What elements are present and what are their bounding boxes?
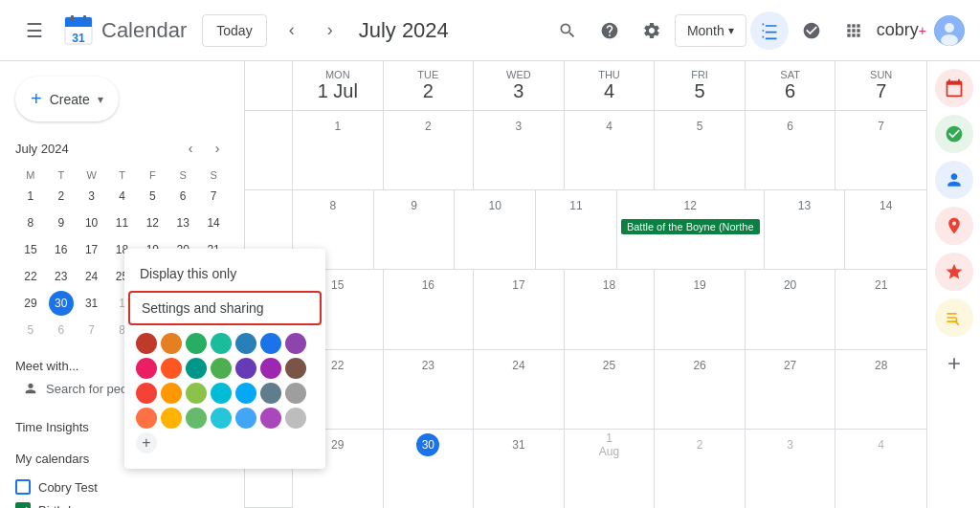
help-button[interactable] bbox=[590, 11, 629, 50]
mini-date-23[interactable]: 23 bbox=[49, 264, 74, 289]
mini-date-5[interactable]: 5 bbox=[140, 184, 165, 209]
next-button[interactable]: › bbox=[313, 13, 347, 48]
display-only-item[interactable]: Display this only bbox=[124, 256, 325, 291]
menu-button[interactable]: ☰ bbox=[15, 11, 54, 50]
cal-item-birthdays[interactable]: Birthdays bbox=[15, 498, 229, 508]
mini-date-17[interactable]: 17 bbox=[79, 237, 104, 262]
color-r41[interactable] bbox=[136, 408, 157, 429]
mini-date-6[interactable]: 6 bbox=[170, 184, 195, 209]
mini-date-10[interactable]: 10 bbox=[79, 210, 104, 235]
color-r36[interactable] bbox=[260, 383, 281, 404]
mini-date-11[interactable]: 11 bbox=[109, 210, 134, 235]
search-icon bbox=[558, 21, 577, 40]
color-r33[interactable] bbox=[186, 383, 207, 404]
settings-sharing-item[interactable]: Settings and sharing bbox=[128, 291, 322, 325]
today-button[interactable]: Today bbox=[202, 14, 266, 47]
create-button[interactable]: + Create ▾ bbox=[15, 77, 119, 121]
color-r32[interactable] bbox=[161, 383, 182, 404]
mini-cal-header: July 2024 ‹ › bbox=[15, 137, 229, 160]
color-r44[interactable] bbox=[211, 408, 232, 429]
mini-date-30[interactable]: 30 bbox=[49, 291, 74, 316]
mini-date-7[interactable]: 7 bbox=[201, 184, 226, 209]
color-r47[interactable] bbox=[285, 408, 306, 429]
color-grape[interactable] bbox=[186, 358, 207, 379]
mini-date-14[interactable]: 14 bbox=[201, 210, 226, 235]
color-lavender[interactable] bbox=[161, 358, 182, 379]
apps-icon bbox=[844, 21, 863, 40]
color-r45[interactable] bbox=[235, 408, 256, 429]
right-check-icon[interactable] bbox=[935, 115, 973, 153]
settings-button[interactable] bbox=[633, 11, 671, 50]
col-fri: FRI 5 bbox=[655, 61, 746, 110]
right-person-icon[interactable] bbox=[935, 161, 973, 199]
color-r35[interactable] bbox=[235, 383, 256, 404]
color-r42[interactable] bbox=[161, 408, 182, 429]
cell-mon-w1: 1 bbox=[293, 111, 384, 189]
color-blueberry[interactable] bbox=[136, 358, 157, 379]
right-add-icon[interactable] bbox=[935, 344, 973, 383]
color-graphite[interactable] bbox=[211, 358, 232, 379]
mini-date-12[interactable]: 12 bbox=[140, 210, 165, 235]
mini-date-9[interactable]: 9 bbox=[49, 210, 74, 235]
mini-date-3[interactable]: 3 bbox=[79, 184, 104, 209]
cobry-test-checkbox[interactable] bbox=[15, 479, 31, 495]
color-r43[interactable] bbox=[186, 408, 207, 429]
user-avatar[interactable] bbox=[934, 15, 965, 46]
view-selector[interactable]: Month ▾ bbox=[675, 14, 746, 47]
color-r34[interactable] bbox=[211, 383, 232, 404]
mini-date-29[interactable]: 29 bbox=[18, 291, 43, 316]
color-r2[interactable] bbox=[235, 358, 256, 379]
mini-cal-next[interactable]: › bbox=[206, 137, 229, 160]
color-r46[interactable] bbox=[260, 408, 281, 429]
svg-text:31: 31 bbox=[72, 32, 85, 45]
logo-text: Calendar bbox=[101, 18, 187, 43]
right-calendar-icon[interactable] bbox=[935, 69, 973, 107]
prev-button[interactable]: ‹ bbox=[275, 13, 309, 48]
mini-date-16[interactable]: 16 bbox=[49, 237, 74, 262]
cell-wed-w4: 24 bbox=[474, 350, 565, 429]
mini-cal-prev[interactable]: ‹ bbox=[179, 137, 202, 160]
color-r23[interactable] bbox=[285, 358, 306, 379]
cell-fri-w3: 19 bbox=[655, 270, 746, 348]
apps-button[interactable] bbox=[835, 11, 873, 50]
right-note-icon[interactable] bbox=[935, 298, 973, 337]
svg-rect-4 bbox=[71, 15, 74, 21]
check-mark-icon bbox=[17, 504, 29, 508]
cal-item-cobry[interactable]: Cobry Test bbox=[15, 475, 229, 498]
check-view-button[interactable] bbox=[792, 11, 831, 50]
color-flamingo[interactable] bbox=[161, 333, 182, 354]
right-star-icon[interactable] bbox=[935, 253, 973, 291]
color-r37[interactable] bbox=[285, 383, 306, 404]
header-spacer bbox=[245, 61, 293, 110]
add-custom-color[interactable]: + bbox=[136, 432, 157, 453]
grid-view-button[interactable] bbox=[750, 11, 789, 50]
search-button[interactable] bbox=[548, 11, 587, 50]
mini-date-31[interactable]: 31 bbox=[79, 291, 104, 316]
mini-date-8[interactable]: 8 bbox=[18, 210, 43, 235]
mini-date-24[interactable]: 24 bbox=[79, 264, 104, 289]
color-tangerine[interactable] bbox=[186, 333, 207, 354]
mini-date-4[interactable]: 4 bbox=[109, 184, 134, 209]
mini-date-22[interactable]: 22 bbox=[18, 264, 43, 289]
color-peacock[interactable] bbox=[285, 333, 306, 354]
app-header: ☰ 31 Calendar Today ‹ › July 2024 bbox=[0, 0, 980, 61]
color-sage[interactable] bbox=[235, 333, 256, 354]
mini-date-6[interactable]: 6 bbox=[49, 318, 74, 342]
mini-date-13[interactable]: 13 bbox=[170, 210, 195, 235]
mini-date-7[interactable]: 7 bbox=[79, 318, 104, 342]
mini-date-15[interactable]: 15 bbox=[18, 237, 43, 262]
color-tomato[interactable] bbox=[136, 333, 157, 354]
color-r31[interactable] bbox=[136, 383, 157, 404]
color-r22[interactable] bbox=[260, 358, 281, 379]
battle-event[interactable]: Battle of the Boyne (Northe bbox=[621, 219, 760, 234]
dropdown-icon: ▾ bbox=[728, 24, 734, 37]
cal-day-headers: MON 1 Jul TUE 2 WED 3 THU 4 FRI 5 bbox=[245, 61, 926, 111]
mini-date-1[interactable]: 1 bbox=[18, 184, 43, 209]
cell-thu-w4: 25 bbox=[565, 350, 656, 429]
mini-date-2[interactable]: 2 bbox=[49, 184, 74, 209]
right-map-icon[interactable] bbox=[935, 207, 973, 245]
color-banana[interactable] bbox=[211, 333, 232, 354]
color-basil[interactable] bbox=[260, 333, 281, 354]
mini-date-5[interactable]: 5 bbox=[18, 318, 43, 342]
birthdays-checkbox[interactable] bbox=[15, 502, 31, 508]
